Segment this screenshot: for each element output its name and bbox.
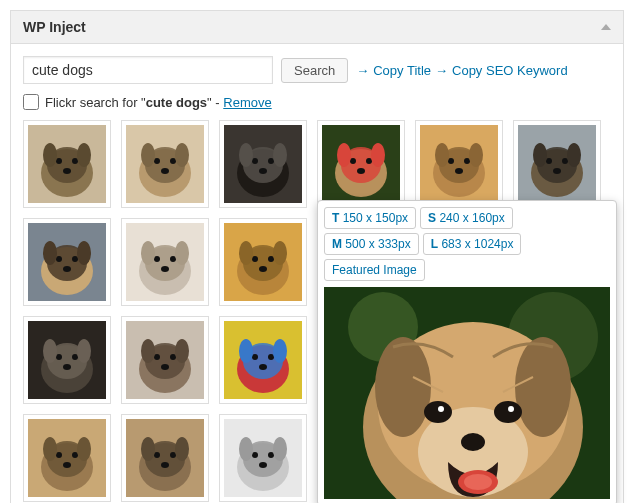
svg-point-198	[515, 337, 571, 437]
svg-point-151	[77, 437, 91, 461]
svg-point-36	[464, 158, 470, 164]
svg-point-15	[175, 143, 189, 167]
svg-point-148	[72, 452, 78, 458]
svg-point-63	[175, 241, 189, 265]
svg-point-38	[435, 143, 449, 167]
svg-point-147	[56, 452, 62, 458]
svg-point-204	[461, 433, 485, 451]
result-thumbnail[interactable]	[23, 414, 111, 502]
image-preview[interactable]	[324, 287, 610, 499]
svg-point-69	[259, 266, 267, 272]
svg-point-115	[252, 354, 258, 360]
result-thumbnail[interactable]	[121, 218, 209, 306]
svg-point-166	[239, 437, 253, 461]
svg-point-202	[438, 406, 444, 412]
svg-point-29	[357, 168, 365, 174]
result-thumbnail[interactable]	[121, 316, 209, 404]
svg-point-108	[170, 354, 176, 360]
flickr-search-checkbox[interactable]	[23, 94, 39, 110]
size-options: T 150 x 150pxS 240 x 160pxM 500 x 333pxL…	[324, 207, 610, 281]
result-thumbnail[interactable]	[219, 218, 307, 306]
copy-seo-keyword-link[interactable]: Copy SEO Keyword	[452, 63, 568, 78]
result-thumbnail[interactable]	[219, 316, 307, 404]
filter-row: Flickr search for "cute dogs" - Remove	[23, 94, 611, 110]
svg-point-11	[154, 158, 160, 164]
featured-image-button[interactable]: Featured Image	[324, 259, 425, 281]
panel-header: WP Inject	[11, 11, 623, 44]
arrow-icon: →	[356, 63, 369, 78]
result-thumbnail[interactable]	[121, 120, 209, 208]
svg-point-67	[252, 256, 258, 262]
remove-filter-link[interactable]: Remove	[223, 95, 271, 110]
svg-point-12	[170, 158, 176, 164]
svg-point-54	[43, 241, 57, 265]
svg-point-167	[273, 437, 287, 461]
svg-point-53	[63, 266, 71, 272]
copy-title-link[interactable]: Copy Title	[373, 63, 431, 78]
svg-point-5	[63, 168, 71, 174]
svg-point-197	[375, 337, 431, 437]
collapse-toggle-icon[interactable]	[601, 24, 611, 30]
search-row: Search → Copy Title → Copy SEO Keyword	[23, 56, 611, 84]
svg-point-45	[553, 168, 561, 174]
result-thumbnail[interactable]	[23, 316, 111, 404]
svg-point-4	[72, 158, 78, 164]
svg-point-119	[273, 339, 287, 363]
svg-point-101	[63, 364, 71, 370]
svg-point-62	[141, 241, 155, 265]
svg-point-30	[337, 143, 351, 167]
svg-point-117	[259, 364, 267, 370]
search-input[interactable]	[23, 56, 273, 84]
image-options-popup: T 150 x 150pxS 240 x 160pxM 500 x 333pxL…	[317, 200, 617, 503]
svg-point-6	[43, 143, 57, 167]
action-links: → Copy Title → Copy SEO Keyword	[356, 63, 567, 78]
result-thumbnail[interactable]	[23, 120, 111, 208]
result-thumbnail[interactable]	[219, 414, 307, 502]
svg-point-19	[252, 158, 258, 164]
svg-point-59	[154, 256, 160, 262]
svg-point-159	[175, 437, 189, 461]
result-thumbnail[interactable]	[317, 120, 405, 208]
svg-point-20	[268, 158, 274, 164]
svg-point-46	[533, 143, 547, 167]
svg-point-13	[161, 168, 169, 174]
svg-point-22	[239, 143, 253, 167]
svg-point-164	[268, 452, 274, 458]
svg-point-61	[161, 266, 169, 272]
svg-point-200	[424, 401, 452, 423]
svg-point-100	[72, 354, 78, 360]
svg-point-44	[562, 158, 568, 164]
size-option-button[interactable]: M 500 x 333px	[324, 233, 419, 255]
svg-point-71	[273, 241, 287, 265]
svg-point-43	[546, 158, 552, 164]
svg-point-201	[494, 401, 522, 423]
svg-point-70	[239, 241, 253, 265]
svg-point-110	[141, 339, 155, 363]
svg-point-27	[350, 158, 356, 164]
svg-point-39	[469, 143, 483, 167]
result-thumbnail[interactable]	[415, 120, 503, 208]
result-thumbnail[interactable]	[121, 414, 209, 502]
svg-point-102	[43, 339, 57, 363]
size-option-button[interactable]: S 240 x 160px	[420, 207, 513, 229]
svg-point-111	[175, 339, 189, 363]
svg-point-157	[161, 462, 169, 468]
result-thumbnail[interactable]	[23, 218, 111, 306]
svg-point-203	[508, 406, 514, 412]
svg-point-28	[366, 158, 372, 164]
search-button[interactable]: Search	[281, 58, 348, 83]
svg-point-21	[259, 168, 267, 174]
svg-point-149	[63, 462, 71, 468]
svg-point-55	[77, 241, 91, 265]
svg-point-31	[371, 143, 385, 167]
size-option-button[interactable]: T 150 x 150px	[324, 207, 416, 229]
svg-point-206	[464, 474, 492, 490]
svg-point-155	[154, 452, 160, 458]
svg-point-60	[170, 256, 176, 262]
svg-point-23	[273, 143, 287, 167]
result-thumbnail[interactable]	[513, 120, 601, 208]
size-option-button[interactable]: L 683 x 1024px	[423, 233, 522, 255]
result-thumbnail[interactable]	[219, 120, 307, 208]
svg-point-68	[268, 256, 274, 262]
svg-point-109	[161, 364, 169, 370]
